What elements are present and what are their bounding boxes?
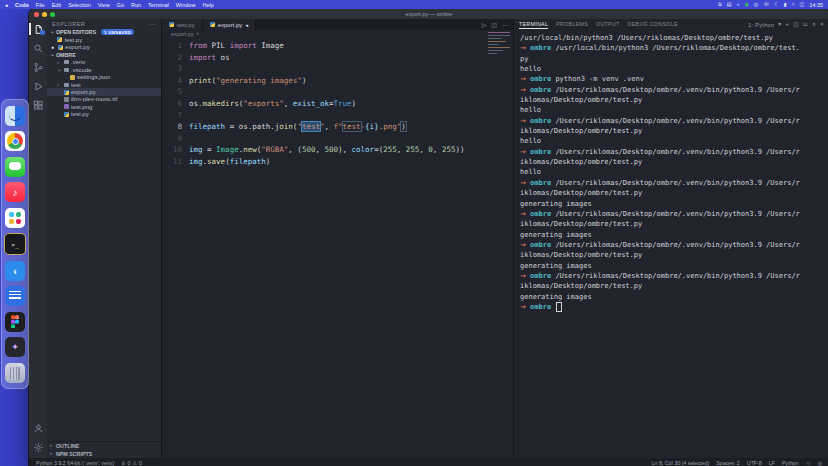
open-editor-item[interactable]: test.py: [47, 36, 161, 43]
tab-test-py[interactable]: test.py: [162, 19, 203, 30]
open-editor-label: export.py: [65, 44, 90, 50]
screen-record-icon[interactable]: ◎: [754, 2, 758, 7]
menu-item-selection[interactable]: Selection: [68, 2, 91, 8]
split-terminal-icon[interactable]: ◫: [793, 22, 799, 28]
menu-item-help[interactable]: Help: [202, 2, 213, 8]
wifi-icon[interactable]: ≈: [792, 2, 795, 7]
panel-tab-terminal[interactable]: TERMINAL: [519, 21, 548, 29]
extensions-icon[interactable]: [31, 98, 45, 112]
more-actions-button[interactable]: ⋯: [502, 21, 508, 28]
account-icon[interactable]: [31, 421, 45, 435]
language-mode[interactable]: Python: [782, 460, 799, 466]
code-line[interactable]: 11img.save(filepath): [162, 156, 513, 168]
encoding[interactable]: UTF-8: [747, 460, 762, 466]
menu-item-code[interactable]: Code: [15, 2, 29, 8]
chat-icon[interactable]: ●: [736, 2, 739, 7]
dropdown-caret-icon[interactable]: ▾: [778, 22, 781, 28]
code-line[interactable]: 3: [162, 63, 513, 75]
tab-export-py[interactable]: export.py●: [203, 19, 257, 30]
python-interpreter[interactable]: Python 3.9.2 64-bit ('.venv': venv): [36, 460, 114, 466]
code-line[interactable]: 2import os: [162, 52, 513, 64]
code-line[interactable]: 7: [162, 110, 513, 122]
do-not-disturb-icon[interactable]: ☾: [775, 2, 779, 7]
menu-item-go[interactable]: Go: [117, 2, 124, 8]
section-outline[interactable]: ›OUTLINE: [47, 442, 161, 450]
menu-item-file[interactable]: File: [36, 2, 45, 8]
dock-messages-icon[interactable]: [5, 157, 25, 177]
tree-file-ibm-plex-mono-ttf[interactable]: ibm-plex-mono.ttf: [47, 96, 161, 103]
battery-icon[interactable]: ▮: [784, 2, 787, 7]
kill-terminal-icon[interactable]: ⊔: [803, 22, 808, 28]
section-npm-scripts[interactable]: ›NPM SCRIPTS: [47, 450, 161, 458]
panel-tab-debug-console[interactable]: DEBUG CONSOLE: [628, 21, 678, 29]
display-mirroring-icon[interactable]: ⧉: [718, 2, 722, 7]
eol[interactable]: LF: [769, 460, 775, 466]
settings-gear-icon[interactable]: [31, 440, 45, 454]
tree-file-test-py[interactable]: test.py: [47, 111, 161, 118]
dock-slack-icon[interactable]: [5, 208, 25, 228]
control-center-icon[interactable]: ◫: [800, 2, 805, 7]
terminal-output[interactable]: /usr/local/bin/python3 /Users/riklomas/D…: [514, 30, 828, 458]
panel-tab-problems[interactable]: PROBLEMS: [556, 21, 588, 29]
notifications-bell-icon[interactable]: ◎: [818, 460, 822, 466]
panel-tab-output[interactable]: OUTPUT: [596, 21, 620, 29]
new-terminal-icon[interactable]: +: [785, 22, 789, 28]
dock-finder-icon[interactable]: [5, 106, 25, 126]
menu-item-run[interactable]: Run: [131, 2, 141, 8]
feedback-icon[interactable]: ☺: [806, 460, 811, 466]
run-button[interactable]: ▷: [482, 21, 487, 28]
code-line[interactable]: 10img = Image.new("RGBA", (500, 500), co…: [162, 144, 513, 156]
run-debug-icon[interactable]: [31, 79, 45, 93]
menu-item-edit[interactable]: Edit: [52, 2, 61, 8]
tree-folder--venv[interactable]: ›.venv: [47, 59, 161, 66]
dock-vscode-icon[interactable]: ‹: [5, 261, 25, 281]
maximize-panel-icon[interactable]: ∧: [812, 22, 817, 28]
dock-chrome-icon[interactable]: [5, 131, 25, 151]
indentation[interactable]: Spaces: 2: [716, 460, 740, 466]
code-line[interactable]: 6os.makedirs("exports", exist_ok=True): [162, 98, 513, 110]
open-editor-item[interactable]: ●export.py: [47, 43, 161, 50]
tree-folder-test[interactable]: ›test: [47, 81, 161, 88]
minimap[interactable]: [488, 32, 510, 58]
breadcrumb[interactable]: export.py ›: [162, 30, 513, 38]
dock-figma-icon[interactable]: [5, 312, 25, 332]
explorer-icon[interactable]: [31, 22, 45, 36]
menubar-clock[interactable]: 14:35: [809, 2, 823, 8]
workspace-folder-header[interactable]: ⌄ OMBRE: [47, 51, 161, 59]
open-editors-section[interactable]: ⌄ OPEN EDITORS 1 UNSAVED: [47, 28, 161, 36]
code-line[interactable]: 4print("generating images"): [162, 75, 513, 87]
tree-file-export-py[interactable]: export.py: [47, 88, 161, 95]
code-line[interactable]: 5: [162, 86, 513, 98]
dock-media-app-icon[interactable]: ✦: [5, 337, 25, 357]
tree-folder--vscode[interactable]: ⌄.vscode: [47, 66, 161, 73]
window-titlebar[interactable]: export.py — ombre: [29, 9, 828, 19]
phone-icon[interactable]: ☏: [763, 2, 769, 7]
dock-music-icon[interactable]: ♪: [5, 182, 25, 202]
code-line[interactable]: 9: [162, 133, 513, 145]
menu-item-window[interactable]: Window: [176, 2, 196, 8]
terminal-line: iklomas/Desktop/ombre/test.py: [520, 250, 828, 260]
dock-trash-icon[interactable]: [5, 363, 25, 383]
code-area[interactable]: 1from PIL import Image2import os34print(…: [162, 38, 513, 458]
tree-item-label: test: [71, 82, 81, 88]
search-icon[interactable]: [31, 41, 45, 55]
menu-item-terminal[interactable]: Terminal: [148, 2, 169, 8]
facetime-icon[interactable]: ◉: [744, 2, 748, 7]
code-line[interactable]: 8filepath = os.path.join("test", f"test-…: [162, 121, 513, 133]
dock-terminal-icon[interactable]: >_: [4, 233, 26, 255]
tree-file-settings-json[interactable]: settings.json: [47, 74, 161, 81]
apple-icon[interactable]: ●: [5, 2, 8, 8]
cursor-position[interactable]: Ln 8, Col 30 (4 selected): [652, 460, 710, 466]
split-editor-button[interactable]: ◫: [491, 21, 497, 28]
terminal-shell-selector[interactable]: 1: Python: [748, 22, 774, 28]
close-panel-icon[interactable]: ×: [820, 22, 824, 28]
breadcrumb-file[interactable]: export.py: [171, 31, 194, 37]
dock-notes-app-icon[interactable]: [5, 286, 25, 306]
tree-file-test-png[interactable]: test.png: [47, 103, 161, 110]
source-control-icon[interactable]: [31, 60, 45, 74]
code-line[interactable]: 1from PIL import Image: [162, 40, 513, 52]
explorer-more-icon[interactable]: ⋯: [150, 21, 156, 27]
stage-manager-icon[interactable]: ▤: [727, 2, 732, 7]
problems-indicator[interactable]: ⊘ 0 ⚠ 0: [121, 460, 142, 466]
menu-item-view[interactable]: View: [98, 2, 110, 8]
